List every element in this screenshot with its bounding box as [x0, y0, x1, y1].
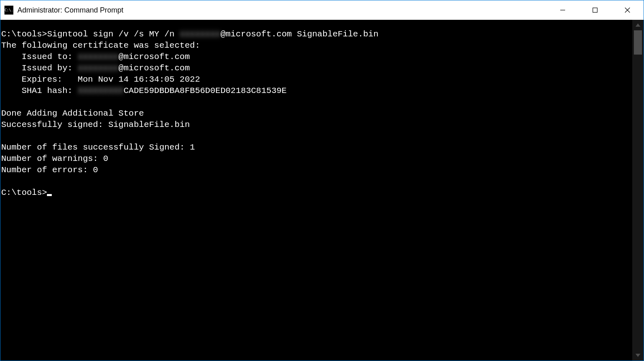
- redacted-sha1: XXXXXXXXX: [78, 86, 123, 95]
- close-button[interactable]: [611, 0, 644, 20]
- window-title: Administrator: Command Prompt: [17, 6, 123, 15]
- expires-value: Mon Nov 14 16:34:05 2022: [78, 75, 200, 84]
- done-store-line: Done Adding Additional Store: [1, 109, 144, 118]
- command-text: Signtool sign /v /s MY /n: [47, 30, 180, 39]
- cert-selected-line: The following certificate was selected:: [1, 41, 200, 50]
- issued-by-label: Issued by:: [1, 63, 78, 73]
- cursor: [47, 194, 52, 196]
- close-icon: [625, 7, 630, 13]
- maximize-icon: [592, 7, 598, 13]
- chevron-down-icon: [636, 354, 640, 357]
- prompt: C:\tools>: [1, 30, 47, 39]
- scrollbar-track[interactable]: [632, 30, 644, 350]
- scroll-up-button[interactable]: [632, 20, 644, 30]
- sha1-label: SHA1 hash:: [1, 86, 78, 95]
- redacted-issued-to: xxxxxxxx: [78, 52, 119, 61]
- minimize-button[interactable]: [547, 0, 579, 20]
- issued-to-label: Issued to:: [1, 52, 78, 61]
- window-controls: [547, 0, 644, 20]
- svg-marker-4: [636, 23, 640, 27]
- chevron-up-icon: [636, 23, 640, 27]
- vertical-scrollbar[interactable]: [632, 20, 644, 361]
- num-errors-line: Number of errors: 0: [1, 165, 98, 175]
- minimize-icon: [560, 7, 566, 13]
- scroll-down-button[interactable]: [632, 350, 644, 361]
- sha1-value: CADE59DBDBA8FB56D0ED02183C81539E: [123, 86, 286, 95]
- titlebar: C:\. Administrator: Command Prompt: [0, 0, 644, 20]
- success-signed-line: Successfully signed: SignableFile.bin: [1, 120, 190, 129]
- prompt: C:\tools>: [1, 188, 47, 197]
- scrollbar-thumb[interactable]: [634, 30, 642, 55]
- svg-rect-1: [593, 8, 597, 13]
- num-warnings-line: Number of warnings: 0: [1, 154, 108, 163]
- signable-file: SignableFile.bin: [292, 30, 378, 39]
- issued-by-email: @microsoft.com: [119, 63, 190, 73]
- email-suffix: @microsoft.com: [220, 30, 292, 39]
- num-signed-line: Number of files successfully Signed: 1: [1, 143, 195, 152]
- expires-label: Expires:: [1, 75, 78, 84]
- redacted-name: xxxxxxxx: [180, 30, 220, 39]
- issued-to-email: @microsoft.com: [119, 52, 190, 61]
- terminal-output[interactable]: C:\tools>Signtool sign /v /s MY /n xxxxx…: [0, 20, 644, 361]
- app-icon: C:\.: [4, 6, 13, 15]
- maximize-button[interactable]: [579, 0, 611, 20]
- svg-marker-5: [636, 354, 640, 357]
- redacted-issued-by: xxxxxxxx: [78, 63, 119, 73]
